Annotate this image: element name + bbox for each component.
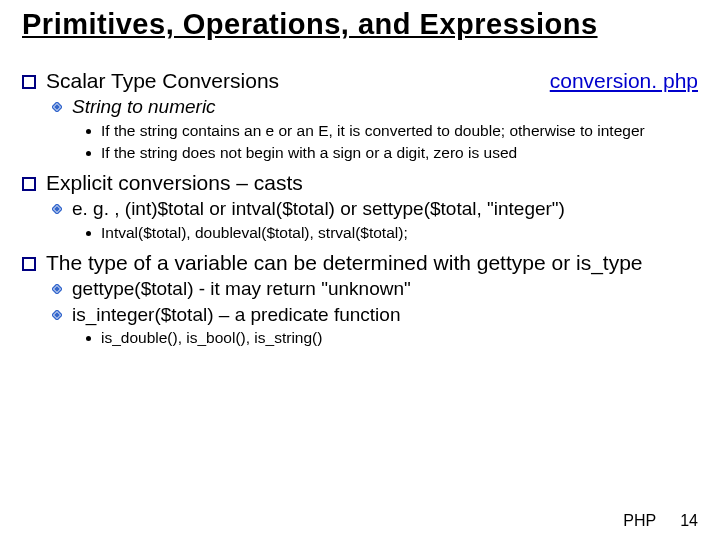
section-heading: The type of a variable can be determined… (46, 251, 698, 275)
bullet-text: If the string does not begin with a sign… (101, 143, 517, 163)
section-heading: Scalar Type Conversions (46, 69, 279, 93)
section-gettype: The type of a variable can be determined… (22, 251, 698, 275)
diamond-bullet-icon (52, 284, 62, 294)
section-heading: Explicit conversions – casts (46, 171, 698, 195)
bullet-text: If the string contains an e or an E, it … (101, 121, 645, 141)
square-bullet-icon (22, 75, 36, 89)
square-bullet-icon (22, 177, 36, 191)
diamond-bullet-icon (52, 102, 62, 112)
dot-bullet-icon (86, 336, 91, 341)
bullet-e-double: If the string contains an e or an E, it … (86, 121, 698, 141)
sub-eg-cast: e. g. , (int)$total or intval($total) or… (52, 197, 698, 221)
slide-title: Primitives, Operations, and Expressions (22, 8, 698, 41)
sub-gettype: gettype($total) - it may return "unknown… (52, 277, 698, 301)
bullet-intval: Intval($total), doubleval($total), strva… (86, 223, 698, 243)
sub-text: String to numeric (72, 95, 216, 119)
sub-is-integer: is_integer($total) – a predicate functio… (52, 303, 698, 327)
dot-bullet-icon (86, 231, 91, 236)
diamond-bullet-icon (52, 204, 62, 214)
page-number: 14 (680, 512, 698, 530)
section-explicit-casts: Explicit conversions – casts (22, 171, 698, 195)
square-bullet-icon (22, 257, 36, 271)
sub-text: gettype($total) - it may return "unknown… (72, 277, 411, 301)
dot-bullet-icon (86, 151, 91, 156)
bullet-is-double: is_double(), is_bool(), is_string() (86, 328, 698, 348)
slide-footer: PHP 14 (623, 512, 698, 530)
diamond-bullet-icon (52, 310, 62, 320)
section-scalar-conversions: Scalar Type Conversions conversion. php (22, 69, 698, 93)
dot-bullet-icon (86, 129, 91, 134)
link-conversion-php[interactable]: conversion. php (550, 69, 698, 93)
footer-label: PHP (623, 512, 656, 530)
bullet-text: is_double(), is_bool(), is_string() (101, 328, 322, 348)
sub-string-to-numeric: String to numeric (52, 95, 698, 119)
sub-text: is_integer($total) – a predicate functio… (72, 303, 400, 327)
bullet-zero-used: If the string does not begin with a sign… (86, 143, 698, 163)
sub-text: e. g. , (int)$total or intval($total) or… (72, 197, 565, 221)
bullet-text: Intval($total), doubleval($total), strva… (101, 223, 408, 243)
